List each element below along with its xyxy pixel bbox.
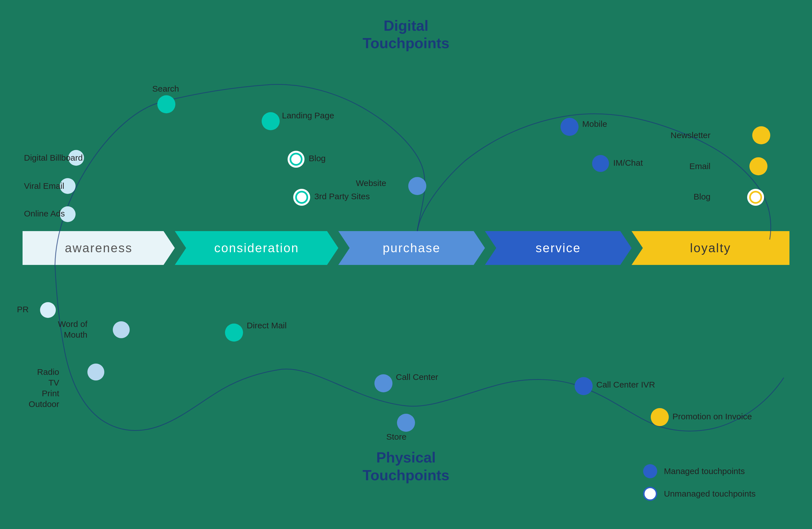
dot-viral-email — [60, 178, 75, 194]
label-mobile: Mobile — [582, 119, 607, 129]
label-im-chat: IM/Chat — [613, 158, 643, 167]
stage-service: service — [485, 231, 632, 265]
label-search: Search — [152, 84, 179, 93]
label-landing-page: Landing Page — [282, 111, 334, 120]
dot-promotion-invoice — [651, 408, 669, 426]
stage-consideration: consideration — [175, 231, 338, 265]
dot-email — [750, 157, 767, 175]
legend-dot-managed — [643, 464, 657, 478]
label-direct-mail: Direct Mail — [247, 321, 287, 330]
dot-call-center — [374, 374, 392, 392]
label-pr: PR — [17, 305, 29, 314]
dot-3rd-party — [296, 192, 307, 203]
dot-newsletter — [752, 126, 770, 144]
label-radio-tv-1: Radio — [37, 367, 59, 377]
journey-bar: awareness consideration purchase service… — [23, 231, 789, 265]
legend-unmanaged: Unmanaged touchpoints — [643, 487, 756, 501]
dot-digital-billboard — [68, 150, 84, 166]
legend-managed: Managed touchpoints — [643, 464, 756, 478]
label-print: Print — [42, 388, 59, 398]
dot-online-ads — [60, 206, 75, 222]
label-newsletter: Newsletter — [670, 131, 710, 140]
dot-radio-tv — [87, 364, 104, 381]
label-digital-billboard: Digital Billboard — [24, 153, 83, 162]
dot-3rd-party-bg — [293, 189, 310, 206]
label-blog-right: Blog — [694, 192, 710, 201]
label-outdoor: Outdoor — [29, 399, 59, 409]
dot-call-center-ivr — [575, 377, 593, 395]
stage-purchase: purchase — [338, 231, 485, 265]
dot-mobile — [561, 118, 579, 136]
dot-blog-upper-bg — [288, 151, 304, 168]
label-online-ads: Online Ads — [24, 209, 65, 218]
label-3rd-party: 3rd Party Sites — [314, 192, 370, 201]
stage-loyalty: loyalty — [632, 231, 789, 265]
legend-managed-label: Managed touchpoints — [664, 467, 745, 476]
label-mouth: Mouth — [64, 330, 87, 339]
legend: Managed touchpoints Unmanaged touchpoint… — [643, 464, 756, 501]
dot-pr — [40, 302, 56, 318]
label-promotion-invoice: Promotion on Invoice — [672, 412, 752, 421]
dot-blog-right — [750, 192, 761, 203]
dot-blog-upper — [290, 153, 302, 165]
dot-search — [157, 95, 175, 113]
label-radio-tv-2: TV — [48, 378, 59, 387]
label-website: Website — [356, 178, 386, 188]
label-viral-email: Viral Email — [24, 181, 64, 191]
dot-website — [408, 177, 426, 195]
dot-direct-mail — [225, 324, 243, 341]
dot-blog-right-bg — [747, 189, 764, 206]
label-call-center-ivr: Call Center IVR — [596, 380, 655, 389]
label-blog-upper: Blog — [309, 153, 325, 163]
label-email: Email — [690, 161, 710, 171]
legend-dot-unmanaged — [643, 487, 657, 501]
dot-landing-page — [262, 112, 280, 130]
stage-awareness: awareness — [23, 231, 175, 265]
legend-unmanaged-label: Unmanaged touchpoints — [664, 489, 756, 499]
physical-title: Physical Touchpoints — [363, 449, 449, 484]
dot-im-chat — [592, 155, 609, 172]
dot-word-of-mouth — [113, 321, 130, 338]
dot-store — [397, 414, 415, 432]
diagram-container: Digital Touchpoints Physical Touchpoints… — [0, 0, 812, 529]
digital-title: Digital Touchpoints — [363, 17, 449, 52]
label-word-of-mouth: Word of — [58, 319, 88, 328]
label-call-center: Call Center — [396, 372, 438, 382]
label-store: Store — [386, 432, 407, 441]
